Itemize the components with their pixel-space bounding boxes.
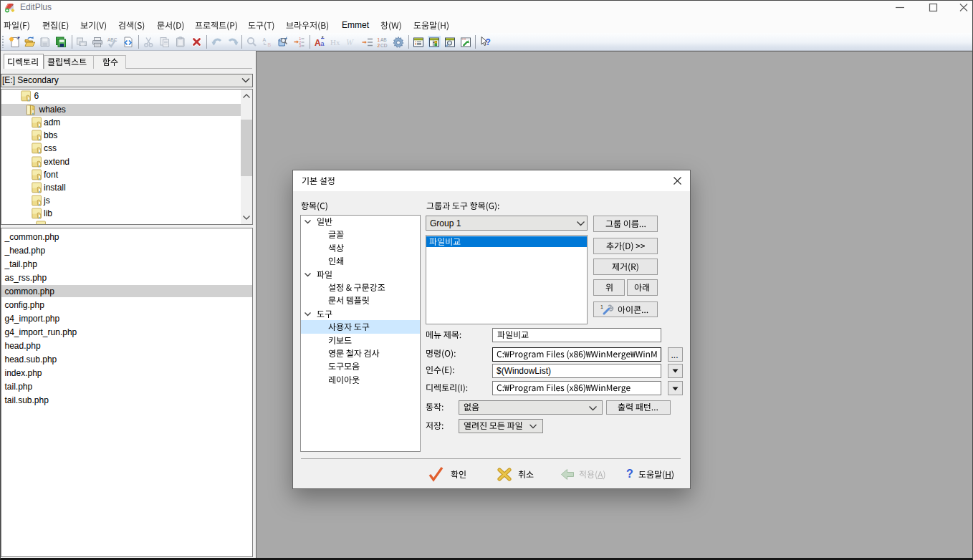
svg-text:a: a bbox=[321, 40, 325, 47]
svg-text:B: B bbox=[268, 42, 272, 47]
svg-text:1: 1 bbox=[600, 304, 603, 309]
svg-text:CD: CD bbox=[380, 43, 388, 48]
svg-text:W: W bbox=[346, 37, 354, 47]
svg-text:2: 2 bbox=[378, 43, 380, 48]
svg-text:ABC: ABC bbox=[107, 37, 118, 42]
svg-text:3: 3 bbox=[299, 44, 302, 48]
svg-text:A: A bbox=[263, 37, 267, 42]
svg-text:1: 1 bbox=[378, 37, 380, 42]
svg-text:?: ? bbox=[486, 37, 491, 47]
svg-text:AB: AB bbox=[380, 37, 387, 42]
svg-text:Hx: Hx bbox=[330, 38, 340, 47]
